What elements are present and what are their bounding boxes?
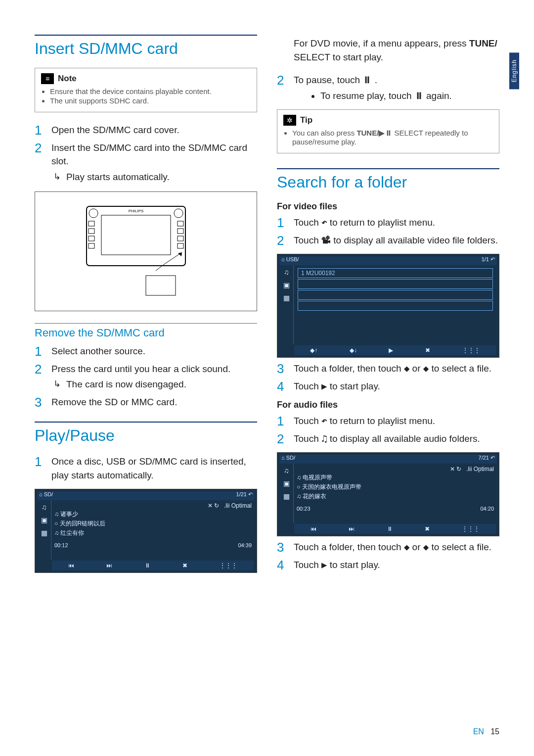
ss-repeat-icon: ↻ [214, 502, 219, 509]
tip-label: Tip [300, 115, 312, 125]
up-arrow-icon: ◆ [404, 540, 409, 554]
ss-stop-icon: ✖ [425, 525, 430, 532]
pause-icon: ⏸ [414, 89, 424, 103]
player-screenshot-sd: ⌂ SD/ 1/21 ↶ ♫ ▣ ▦ ✕ ↻ .lii Optimal ♫ 诸事… [35, 489, 257, 573]
step-item: Once a disc, USB or SD/MMC card is inser… [35, 455, 257, 482]
subsection-rule [35, 323, 257, 324]
section-title-playpause: Play/Pause [35, 426, 257, 445]
step-item: Remove the SD or MMC card. [35, 395, 257, 409]
note-label: Note [58, 74, 77, 84]
ss-elapsed: 00:23 [297, 506, 311, 512]
ss-next-icon: ⏭ [349, 525, 355, 532]
note-item: Ensure that the device contains playable… [50, 87, 251, 95]
pause-icon: ⏸ [362, 73, 372, 87]
svg-rect-5 [89, 229, 94, 234]
video-heading: For video files [277, 201, 499, 212]
svg-rect-6 [89, 236, 94, 241]
svg-point-2 [89, 209, 98, 218]
folder-screenshot-usb: ⌂ USB/ 1/1 ↶ ♫ ▣ ▦ 1 M2U00192 ◆↑ ◆↓ [277, 254, 499, 358]
ss-down-icon: ◆↓ [350, 347, 357, 354]
return-icon: ↶ [321, 216, 327, 230]
svg-rect-9 [178, 229, 183, 234]
remove-steps: Select another source. Press the card un… [35, 344, 257, 409]
ss-next-icon: ⏭ [106, 562, 112, 569]
step-item: Select another source. [35, 344, 257, 358]
footer-page: 15 [490, 727, 499, 736]
up-arrow-icon: ◆ [404, 362, 409, 376]
return-icon: ↶ [321, 414, 327, 428]
ss-elapsed: 00:12 [54, 542, 68, 548]
step-item: Touch ♫ to display all available audio f… [277, 432, 499, 446]
pause-steps: To pause, touch ⏸ . To resume play, touc… [277, 73, 499, 102]
step-item: To pause, touch ⏸ . To resume play, touc… [277, 73, 499, 102]
folder-row: 1 M2U00192 [298, 268, 493, 278]
section-rule [277, 168, 499, 169]
ss-keypad-icon: ⋮⋮⋮ [462, 347, 480, 354]
footer-lang: EN [473, 727, 484, 736]
svg-rect-8 [178, 221, 183, 226]
music-icon: ♫ [284, 467, 289, 474]
svg-rect-4 [89, 221, 94, 226]
step-item: Touch ▶ to start play. [277, 558, 499, 572]
svg-rect-1 [101, 215, 171, 255]
subsection-title-remove: Remove the SD/MMC card [35, 327, 257, 339]
music-icon: ♫ [42, 503, 47, 511]
svg-rect-7 [89, 243, 94, 248]
ss-total: 04:20 [480, 506, 494, 512]
folder-row-empty [298, 301, 493, 311]
step-item: Touch ▶ to start play. [277, 379, 499, 393]
player-screenshot-sd2: ⌂ SD/ 7/21 ↶ ♫ ▣ ▦ ✕ ↻ .lii Optimal ♫ 电视… [277, 452, 499, 536]
note-callout: ≡ Note Ensure that the device contains p… [35, 68, 257, 112]
page-footer: EN 15 [473, 727, 499, 736]
ss-home-icon: ⌂ SD/ [39, 491, 53, 500]
tip-callout: ✲ Tip You can also press TUNE/▶⏸ SELECT … [277, 109, 499, 153]
section-title-insert: Insert SD/MMC card [35, 40, 257, 58]
folder-row-empty [298, 290, 493, 300]
picture-icon: ▦ [283, 492, 290, 500]
video-mode-icon: 📽 [321, 234, 331, 247]
device-illustration: PHILIPS [35, 191, 257, 311]
down-arrow-icon: ◆ [423, 362, 429, 376]
resume-bullet: To resume play, touch ⏸ again. [320, 89, 499, 103]
intro-paragraph: For DVD movie, if a menu appears, press … [277, 37, 499, 64]
ss-page-count: 1/1 ↶ [482, 256, 495, 265]
step-item: Insert the SD/MMC card into the SD/MMC c… [35, 141, 257, 184]
ss-shuffle-icon: ✕ [208, 502, 213, 509]
language-tab: English [509, 52, 519, 89]
svg-rect-11 [178, 243, 183, 248]
note-item: The unit supports SDHC card. [50, 96, 251, 105]
ss-track-row: ♫ 红尘有你 [54, 529, 252, 537]
ss-pause-icon: ⏸ [144, 562, 150, 569]
ss-prev-icon: ⏮ [68, 562, 74, 569]
ss-home-icon: ⌂ SD/ [281, 455, 295, 464]
ss-track-row: ♫ 花的嫁衣 [297, 492, 494, 501]
section-rule [35, 35, 257, 36]
svg-rect-13 [146, 276, 176, 295]
down-arrow-icon: ◆ [423, 540, 429, 554]
ss-track-count: 7/21 ↶ [479, 455, 495, 464]
tip-text: You can also press TUNE/▶⏸ SELECT repeat… [292, 129, 493, 146]
step-item: Touch ↶ to return to playlist menu. [277, 216, 499, 230]
ss-pause-icon: ⏸ [387, 525, 393, 532]
play-steps: Once a disc, USB or SD/MMC card is inser… [35, 455, 257, 482]
music-mode-icon: ♫ [321, 432, 327, 446]
section-title-search: Search for a folder [277, 173, 499, 191]
video-steps-a: Touch ↶ to return to playlist menu. Touc… [277, 216, 499, 247]
play-icon: ▶ [321, 558, 327, 572]
svg-point-3 [174, 209, 183, 218]
ss-track-row: ♫ 电视原声带 [297, 473, 494, 482]
ss-track-row: ♫ 诸事少 [54, 510, 252, 519]
step-result: Play starts automatically. [51, 170, 257, 184]
svg-text:PHILIPS: PHILIPS [129, 209, 144, 213]
ss-track-row: ○ 天的回R链纲以后 [54, 520, 252, 528]
step-item: Touch ↶ to return to playlist menu. [277, 414, 499, 428]
ss-stop-icon: ✖ [182, 562, 187, 569]
ss-home-icon: ⌂ USB/ [281, 256, 299, 265]
page-content: Insert SD/MMC card ≡ Note Ensure that th… [0, 0, 534, 599]
svg-rect-10 [178, 236, 183, 241]
left-column: Insert SD/MMC card ≡ Note Ensure that th… [35, 35, 257, 579]
step-result: The card is now disengaged. [51, 378, 257, 391]
ss-keypad-icon: ⋮⋮⋮ [220, 562, 237, 569]
play-icon: ▶ [321, 379, 327, 393]
step-item: Touch a folder, then touch ◆ or ◆ to sel… [277, 362, 499, 376]
